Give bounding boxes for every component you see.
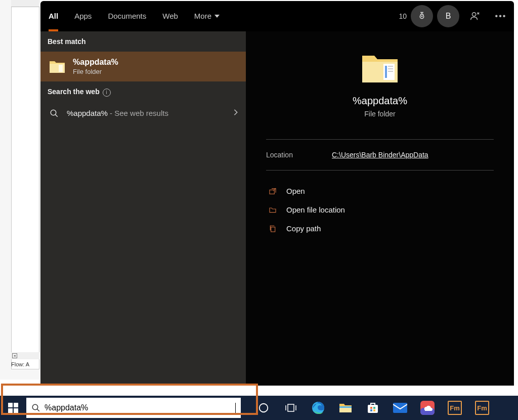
svg-point-16 xyxy=(260,404,268,412)
location-label: Location xyxy=(266,151,332,159)
svg-rect-5 xyxy=(385,66,387,78)
text-cursor xyxy=(235,403,236,413)
svg-rect-24 xyxy=(373,409,375,411)
svg-rect-2 xyxy=(59,65,63,72)
background-app: ◂ Flow: A xyxy=(0,0,40,380)
tab-documents[interactable]: Documents xyxy=(100,1,154,31)
taskbar-taskview-icon[interactable] xyxy=(283,400,298,415)
result-name: %appdata% xyxy=(73,58,118,67)
taskbar-mail-icon[interactable] xyxy=(393,400,408,415)
svg-rect-19 xyxy=(339,406,352,408)
windows-icon xyxy=(8,403,18,413)
web-result[interactable]: %appdata% - See web results xyxy=(40,103,246,124)
rewards-badge-icon[interactable] xyxy=(411,5,433,27)
taskbar-explorer-icon[interactable] xyxy=(338,400,353,415)
action-copy-path[interactable]: Copy path xyxy=(266,219,494,238)
open-location-icon xyxy=(268,206,277,214)
svg-rect-7 xyxy=(388,68,393,69)
svg-rect-6 xyxy=(388,66,393,67)
search-icon xyxy=(31,403,40,412)
svg-point-3 xyxy=(51,110,56,115)
best-match-header: Best match xyxy=(40,31,246,52)
action-open-label: Open xyxy=(286,187,305,195)
svg-point-0 xyxy=(421,15,423,17)
svg-point-15 xyxy=(32,404,38,410)
results-column: Best match %appdata% File folder Search … xyxy=(40,31,246,386)
action-open-location[interactable]: Open file location xyxy=(266,200,494,219)
chevron-right-icon xyxy=(233,109,239,118)
start-search-panel: All Apps Documents Web More 10 B ••• Bes… xyxy=(40,1,514,386)
start-button[interactable] xyxy=(0,396,26,420)
search-web-header: Search the webi xyxy=(40,81,246,103)
taskbar-edge-icon[interactable] xyxy=(311,400,326,415)
detail-type: File folder xyxy=(266,110,494,118)
tab-more[interactable]: More xyxy=(186,1,228,31)
svg-rect-17 xyxy=(288,404,294,411)
more-options-icon[interactable]: ••• xyxy=(490,5,512,27)
folder-large-icon xyxy=(360,52,400,85)
svg-rect-10 xyxy=(271,227,275,231)
action-copy-path-label: Copy path xyxy=(286,224,321,233)
tab-more-label: More xyxy=(194,12,211,20)
svg-rect-25 xyxy=(393,403,407,413)
svg-rect-8 xyxy=(388,71,393,72)
tab-web[interactable]: Web xyxy=(154,1,186,31)
svg-rect-12 xyxy=(14,403,18,407)
web-query: %appdata% xyxy=(67,109,108,117)
taskbar-store-icon[interactable] xyxy=(365,400,380,415)
result-type: File folder xyxy=(73,68,118,75)
svg-rect-21 xyxy=(370,407,372,409)
action-open[interactable]: Open xyxy=(266,182,494,200)
search-icon xyxy=(49,109,60,118)
user-avatar[interactable]: B xyxy=(437,5,459,27)
taskbar: Fm Fm xyxy=(0,396,518,420)
info-icon[interactable]: i xyxy=(103,89,111,97)
tab-apps[interactable]: Apps xyxy=(66,1,100,31)
svg-rect-14 xyxy=(14,408,18,413)
svg-rect-11 xyxy=(8,403,13,407)
chevron-down-icon xyxy=(214,15,220,18)
taskbar-framemaker-icon[interactable]: Fm xyxy=(447,400,462,415)
tab-all[interactable]: All xyxy=(40,1,66,31)
web-suffix: - See web results xyxy=(108,109,168,117)
feedback-icon[interactable] xyxy=(463,5,486,27)
search-filter-tabs: All Apps Documents Web More 10 B ••• xyxy=(40,1,514,31)
taskbar-search-input[interactable] xyxy=(45,403,231,412)
open-icon xyxy=(268,187,277,195)
svg-rect-23 xyxy=(370,409,372,411)
bg-scrollbar[interactable]: ◂ xyxy=(11,352,39,359)
action-open-location-label: Open file location xyxy=(286,205,345,214)
svg-point-1 xyxy=(472,12,476,16)
taskbar-cortana-icon[interactable] xyxy=(256,400,271,415)
detail-title: %appdata% xyxy=(266,95,494,107)
svg-rect-20 xyxy=(368,405,378,413)
svg-rect-13 xyxy=(8,408,13,413)
taskbar-creative-cloud-icon[interactable] xyxy=(420,400,435,415)
best-match-result[interactable]: %appdata% File folder xyxy=(40,52,246,81)
copy-icon xyxy=(268,225,277,233)
taskbar-search[interactable] xyxy=(26,398,241,418)
location-link[interactable]: C:\Users\Barb Binder\AppData xyxy=(332,151,428,159)
taskbar-framemaker2-icon[interactable]: Fm xyxy=(474,400,490,415)
bg-status-flow: Flow: A xyxy=(11,361,29,367)
preview-column: %appdata% File folder Location C:\Users\… xyxy=(246,31,514,386)
svg-rect-22 xyxy=(373,407,375,409)
rewards-points: 10 xyxy=(399,12,407,20)
folder-icon xyxy=(49,59,66,74)
